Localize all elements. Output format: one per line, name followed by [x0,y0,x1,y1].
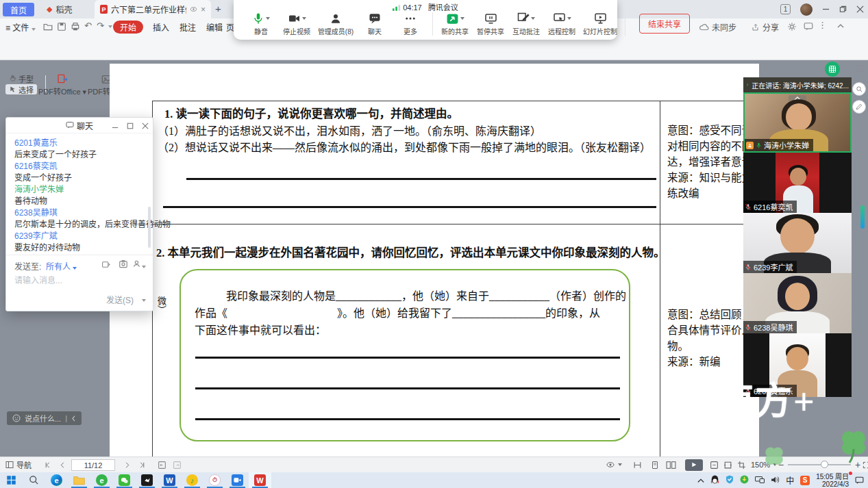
new-share-button[interactable]: 新的共享 [437,11,473,36]
danmaku-input-bubble[interactable]: 说点什么... | [7,411,82,425]
display-tray-icon[interactable] [755,476,765,485]
chat-message-list[interactable]: 6201黄嘉乐 后来变成了一个好孩子 6216蔡奕凯 变成一个好孩子 海涛小学朱… [6,133,153,254]
select-tool-button[interactable]: 选择 [5,84,37,94]
tab-home[interactable]: 首页 [3,3,34,16]
ribbon-tab-insert[interactable]: 插入 [153,21,169,33]
chevron-down-icon[interactable] [266,17,270,20]
nav-pane-button[interactable]: 导航 [5,457,32,472]
back-view-button[interactable] [158,457,166,472]
volume-tray-icon[interactable] [771,476,780,485]
sync-status[interactable]: 未同步 [699,21,736,33]
chevron-down-icon[interactable] [567,17,571,20]
chat-scrollbar[interactable] [148,207,151,248]
wps-icon[interactable]: W [249,472,271,488]
double-page-view-button[interactable] [666,457,676,472]
maximize-icon[interactable] [127,123,134,129]
video-tile[interactable]: 6216蔡奕凯 [743,153,852,213]
taskbar-clock[interactable]: 15:05 周日 2022/4/3 [816,473,849,488]
video-tile[interactable]: 6238吴静琪 [743,273,852,333]
security-tray-icon[interactable] [726,475,734,485]
zoom-slider-knob[interactable] [821,461,828,468]
annotate-button[interactable]: 互动批注 [508,11,544,36]
edge-icon[interactable]: e [45,472,68,488]
close-tab-icon[interactable]: × [201,5,206,14]
restore-icon[interactable] [839,5,847,13]
stop-video-button[interactable]: 停止视频 [279,11,314,36]
fit-width-button[interactable] [723,457,732,472]
undo-icon[interactable]: ↶ [84,21,92,31]
fit-page-button[interactable] [710,457,719,472]
print-icon[interactable] [71,22,80,31]
screenshot-icon[interactable] [119,259,128,271]
new-tab-button[interactable]: + [215,3,221,14]
speedup-tray-icon[interactable] [740,475,749,485]
action-center-icon[interactable] [855,476,864,485]
share-button[interactable]: 分享 [752,21,779,33]
gear-icon[interactable] [787,22,797,31]
sogou-tray-icon[interactable]: S [800,476,810,485]
manage-members-button[interactable]: 管理成员(8) [314,11,357,36]
redo-icon[interactable]: ↷ [97,21,104,31]
video-tile[interactable]: 海涛小学朱婵 [743,92,852,153]
last-page-button[interactable] [138,457,146,472]
minimize-icon[interactable] [822,5,830,13]
next-page-button[interactable] [123,457,131,472]
member-select-icon[interactable] [133,259,146,270]
file-explorer-icon[interactable] [68,472,90,488]
qq-music-icon[interactable]: ♪ [181,472,203,488]
eye-protect-button[interactable] [606,457,622,472]
collapse-left-icon[interactable] [71,415,76,422]
pen-tool-icon[interactable] [852,100,866,114]
minimize-icon[interactable] [112,123,119,129]
single-page-view-button[interactable] [651,457,659,472]
chat-input[interactable]: 请输入消息... [14,274,62,285]
feedback-bubble-icon[interactable] [804,22,813,31]
send-options-icon[interactable] [142,299,146,302]
close-icon[interactable] [856,5,864,13]
start-button[interactable] [0,472,23,488]
taskbar-search-icon[interactable] [23,472,45,488]
chat-titlebar[interactable]: 聊天 [6,118,153,133]
video-tile[interactable]: 6239李广斌 [743,213,852,273]
menu-file[interactable]: ≡ 文件 [5,21,36,33]
account-avatar[interactable] [800,3,813,16]
word-icon[interactable]: W [158,472,181,488]
pdf-to-office-button[interactable]: PDF转Office ▾ [38,74,86,97]
bookmark-strip[interactable] [860,205,865,229]
meeting-chat-button[interactable]: 聊天 [357,11,393,36]
message-badge[interactable]: 1 [780,4,791,14]
timer-app-icon[interactable]: ⏱ [203,472,226,488]
ribbon-tab-comment[interactable]: 批注 [179,21,196,33]
dark-app-icon[interactable] [136,472,158,488]
hand-tool-button[interactable]: 手型 [5,73,37,84]
open-folder-icon[interactable] [43,22,53,31]
end-share-button[interactable]: 结束共享 [639,14,690,34]
continuous-view-button[interactable] [633,457,642,472]
window-popout-icon[interactable] [101,260,110,271]
tray-expand-icon[interactable] [697,478,704,483]
tab-document[interactable]: P 六下第二单元作业样例.pdf × [95,0,211,18]
floating-grid-ball-icon[interactable] [825,62,840,77]
hamburger-icon[interactable] [855,64,865,73]
mute-button[interactable]: 静音 [243,11,279,36]
more-button[interactable]: 更多 [393,11,428,36]
close-icon[interactable] [142,123,149,129]
send-to-select[interactable]: 所有人 [46,260,77,272]
page-number-input[interactable]: 11/12 [71,459,115,471]
remote-control-button[interactable]: 远程控制 [544,11,580,36]
zoom-slider[interactable] [788,464,851,465]
ime-indicator[interactable]: 中 [786,474,794,486]
presentation-play-button[interactable] [685,459,703,471]
wechat-icon[interactable] [113,472,136,488]
chevron-down-icon[interactable] [531,17,535,20]
chevron-down-icon[interactable] [108,25,112,28]
tab-docer[interactable]: ◆ 稻壳 [38,0,80,18]
ribbon-tab-start[interactable]: 开始 [113,21,143,34]
prev-page-button[interactable] [59,457,66,472]
crop-view-button[interactable] [737,457,746,472]
browser-360-icon[interactable]: e [90,472,113,488]
save-icon[interactable] [57,22,66,31]
eye-icon[interactable] [190,5,197,14]
forward-view-button[interactable] [173,457,182,472]
more-vertical-icon[interactable]: ⋮ [818,20,827,30]
